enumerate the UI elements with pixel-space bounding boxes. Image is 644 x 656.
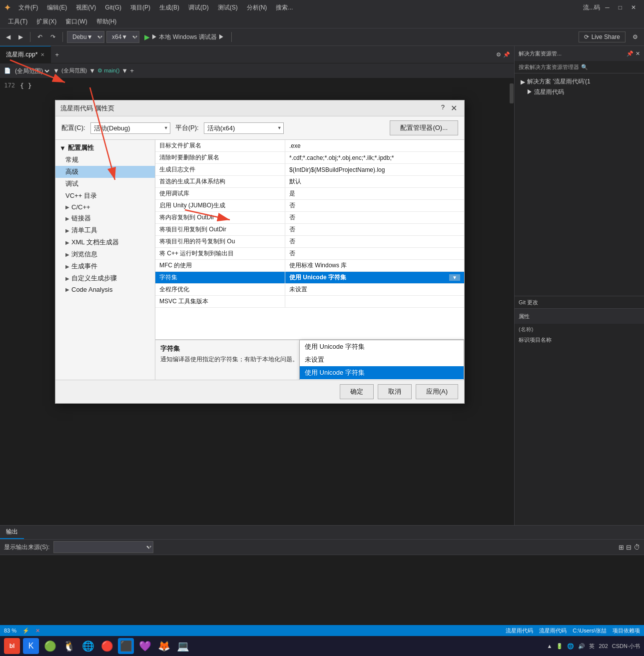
sidebar-config-props[interactable]: ▼ 配置属性 [55,142,155,154]
cancel-button[interactable]: 取消 [378,384,412,399]
menu-tools[interactable]: 工具(T) [4,16,31,27]
tab-bar-right: ⚙ 📌 [496,46,514,63]
window-close[interactable]: ✕ [627,3,640,12]
sidebar-linker-label: 链接器 [71,214,91,223]
dropdown-option-3[interactable]: 使用多字节字符集 [300,379,464,380]
properties-dialog[interactable]: 流星雨代码 属性页 ? ✕ 配置(C): 活动(Debug) 平台(P): 活动… [55,100,465,404]
toolbar-back-btn[interactable]: ◀ [3,32,13,42]
panel-close-button[interactable]: ✕ [636,50,640,57]
taskbar-icon-4[interactable]: 🌐 [80,638,96,654]
menu-extensions[interactable]: 扩展(X) [32,16,60,27]
tab-settings-icon[interactable]: ⚙ [496,51,501,58]
live-share-button[interactable]: ⟳ Live Share [579,31,626,42]
menu-test[interactable]: 测试(S) [214,2,242,13]
sidebar-browse[interactable]: ▶ 浏览信息 [55,248,155,260]
sidebar-advanced-label: 高级 [65,167,78,176]
menu-search[interactable]: 搜索... [272,2,297,13]
sidebar-xml[interactable]: ▶ XML 文档生成器 [55,236,155,248]
dropdown-option-0[interactable]: 使用 Unicode 字符集 [300,340,464,353]
sidebar-build-events[interactable]: ▶ 生成事件 [55,260,155,272]
dialog-config-select[interactable]: 活动(Debug) [90,122,170,134]
panel-pin-button[interactable]: 📌 [627,50,634,57]
output-toolbar-btn3[interactable]: ⏱ [634,544,640,551]
taskbar-battery-icon: 🔋 [556,643,563,650]
taskbar-network-icon: 🌐 [567,643,574,650]
status-icon: ⚡ [22,628,29,634]
dialog-help-button[interactable]: ? [441,103,445,113]
run-button[interactable]: ▶ ▶ 本地 Windows 调试器 ▶ [141,31,227,43]
add-item-button[interactable]: + [130,67,134,74]
toolbar-forward-btn[interactable]: ▶ [15,32,26,42]
menu-help[interactable]: 帮助(H) [92,16,121,27]
menu-build[interactable]: 生成(B) [155,2,183,13]
taskbar-icon-1[interactable]: K [23,638,39,654]
sidebar-debug[interactable]: 调试 [55,178,155,190]
properties-panel: 属性 (名称) 标识项目名称 [515,308,644,525]
sidebar-custom-build[interactable]: ▶ 自定义生成步骤 [55,272,155,284]
prop-row-charset[interactable]: 字符集 使用 Unicode 字符集 ▼ [155,272,464,284]
charset-dropdown-button[interactable]: ▼ [449,274,460,281]
menu-project[interactable]: 项目(P) [126,2,154,13]
expand-icon-code-analysis: ▶ [65,287,69,292]
sidebar-code-analysis[interactable]: ▶ Code Analysis [55,284,155,295]
output-toolbar-btn1[interactable]: ⊞ [619,544,624,551]
search-icon[interactable]: 🔍 [581,64,588,70]
menu-edit[interactable]: 编辑(E) [43,2,71,13]
dropdown-option-1[interactable]: 未设置 [300,353,464,366]
taskbar-icon-3[interactable]: 🐧 [61,638,77,654]
prop-value-charset[interactable]: 使用 Unicode 字符集 ▼ [285,272,464,283]
editor-scrollbar[interactable] [509,78,514,525]
pin-icon[interactable]: 📌 [503,51,510,58]
charset-dropdown-popup: 使用 Unicode 字符集 未设置 使用 Unicode 字符集 使用多字节字… [299,340,464,380]
breadcrumb-sep3: ▼ [121,67,128,74]
menu-debug[interactable]: 调试(D) [184,2,213,13]
status-deps: 项目依赖项 [613,627,640,635]
sidebar-linker[interactable]: ▶ 链接器 [55,212,155,224]
window-maximize[interactable]: □ [615,3,626,12]
sidebar-general[interactable]: 常规 [55,154,155,166]
menu-git[interactable]: Git(G) [101,3,125,12]
scope-select[interactable]: (全局范围) [13,67,51,75]
toolbar-redo-btn[interactable]: ↷ [47,32,58,42]
taskbar-icon-7[interactable]: 💜 [137,638,153,654]
config-manager-button[interactable]: 配置管理器(O)... [390,120,458,135]
dropdown-option-2[interactable]: 使用 Unicode 字符集 [300,366,464,379]
menu-file[interactable]: 文件(F) [14,2,42,13]
ok-button[interactable]: 确定 [340,384,374,399]
dialog-config-row: 配置(C): 活动(Debug) 平台(P): 活动(x64) 配置管理器(O)… [55,116,464,140]
sidebar-cpp[interactable]: ▶ C/C++ [55,202,155,212]
menu-view[interactable]: 视图(V) [72,2,100,13]
taskbar-icon-9[interactable]: 💻 [175,638,191,654]
tab-close-icon[interactable]: ✕ [40,52,44,57]
output-content [0,555,644,625]
output-source-select[interactable] [53,541,153,553]
toolbar-settings-btn[interactable]: ⚙ [630,32,641,42]
menu-analyze[interactable]: 分析(N) [243,2,271,13]
output-tab[interactable]: 输出 [0,526,24,539]
sidebar-advanced[interactable]: 高级 [55,166,155,178]
taskbar-icon-6[interactable]: ⬛ [118,638,134,654]
live-share-label: Live Share [592,33,620,40]
tab-main-file[interactable]: 流星雨.cpp* ✕ [0,46,51,63]
solution-root-item[interactable]: ▶ 解决方案 '流星雨代码'(1 [519,76,640,87]
config-dropdown[interactable]: Debu▼ [67,31,104,43]
taskbar-icon-5[interactable]: 🔴 [99,638,115,654]
output-toolbar-btn2[interactable]: ⊟ [626,544,632,551]
toolbar-undo-btn[interactable]: ↶ [34,32,45,42]
menu-window[interactable]: 窗口(W) [61,16,91,27]
sidebar-manifest[interactable]: ▶ 清单工具 [55,224,155,236]
sidebar-vc-dirs[interactable]: VC++ 目录 [55,190,155,202]
taskbar-lang[interactable]: 英 [589,643,595,650]
window-minimize[interactable]: ─ [601,3,614,12]
taskbar-icon-8[interactable]: 🦊 [156,638,172,654]
dialog-close-button[interactable]: ✕ [449,103,459,113]
project-item[interactable]: ▶ 流星雨代码 [525,87,640,97]
scrollbar-thumb[interactable] [510,83,514,103]
taskbar-icon-0[interactable]: bl [4,638,20,654]
output-tabs: 输出 [0,526,644,540]
new-tab-button[interactable]: + [51,46,63,63]
apply-button[interactable]: 应用(A) [416,384,458,399]
taskbar-icon-2[interactable]: 🟢 [42,638,58,654]
dialog-platform-select[interactable]: 活动(x64) [204,122,284,134]
platform-dropdown[interactable]: x64▼ [106,31,139,43]
